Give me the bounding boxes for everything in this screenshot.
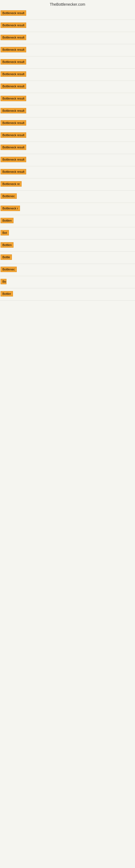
page-wrapper: TheBottlenecker.com Bottleneck resultBot… (0, 0, 135, 868)
bottleneck-section-20: Bottlen (0, 240, 135, 252)
bottleneck-section-5: Bottleneck result (0, 56, 135, 69)
bottleneck-badge-16[interactable]: Bottlenec (1, 193, 17, 199)
bottleneck-section-12: Bottleneck result (0, 142, 135, 154)
bottleneck-badge-12[interactable]: Bottleneck result (1, 145, 26, 150)
bottleneck-section-4: Bottleneck result (0, 44, 135, 56)
bottleneck-section-7: Bottleneck result (0, 81, 135, 93)
bottleneck-section-17: Bottleneck r (0, 203, 135, 215)
bottleneck-section-2: Bottleneck result (0, 20, 135, 32)
bottleneck-badge-14[interactable]: Bottleneck result (1, 169, 26, 175)
bottleneck-section-15: Bottleneck re (0, 179, 135, 191)
bottleneck-badge-20[interactable]: Bottlen (1, 242, 13, 248)
bottleneck-badge-3[interactable]: Bottleneck result (1, 35, 26, 40)
bottleneck-badge-11[interactable]: Bottleneck result (1, 132, 26, 138)
bottleneck-badge-17[interactable]: Bottleneck r (1, 206, 20, 211)
bottleneck-badge-18[interactable]: Bottlen (1, 218, 13, 223)
bottleneck-section-3: Bottleneck result (0, 32, 135, 44)
bottleneck-badge-10[interactable]: Bottleneck result (1, 120, 26, 126)
bottleneck-badge-5[interactable]: Bottleneck result (1, 59, 26, 65)
bottleneck-badge-13[interactable]: Bottleneck result (1, 157, 26, 162)
bottleneck-badge-2[interactable]: Bottleneck result (1, 23, 26, 28)
bottleneck-section-22: Bottlenec (0, 264, 135, 276)
bottleneck-section-23: Bo (0, 276, 135, 288)
bottleneck-badge-23[interactable]: Bo (1, 279, 6, 284)
bottleneck-section-9: Bottleneck result (0, 105, 135, 118)
bottleneck-section-24: Bottler (0, 288, 135, 301)
bottleneck-section-18: Bottlen (0, 215, 135, 227)
bottleneck-badge-15[interactable]: Bottleneck re (1, 181, 21, 187)
bottleneck-badge-22[interactable]: Bottlenec (1, 267, 17, 272)
site-title: TheBottlenecker.com (0, 0, 135, 8)
bottleneck-badge-24[interactable]: Bottler (1, 291, 13, 297)
bottleneck-badge-8[interactable]: Bottleneck result (1, 96, 26, 101)
bottleneck-section-8: Bottleneck result (0, 93, 135, 105)
bottleneck-section-6: Bottleneck result (0, 69, 135, 81)
items-container: Bottleneck resultBottleneck resultBottle… (0, 8, 135, 301)
bottleneck-badge-7[interactable]: Bottleneck result (1, 84, 26, 89)
bottleneck-badge-4[interactable]: Bottleneck result (1, 47, 26, 52)
bottleneck-section-14: Bottleneck result (0, 166, 135, 179)
bottleneck-section-10: Bottleneck result (0, 118, 135, 130)
bottleneck-badge-1[interactable]: Bottleneck result (1, 10, 26, 16)
bottleneck-section-19: Bot (0, 227, 135, 240)
bottleneck-section-1: Bottleneck result (0, 8, 135, 20)
bottleneck-badge-19[interactable]: Bot (1, 230, 9, 236)
bottleneck-badge-9[interactable]: Bottleneck result (1, 108, 26, 113)
bottleneck-section-11: Bottleneck result (0, 130, 135, 142)
bottleneck-badge-6[interactable]: Bottleneck result (1, 71, 26, 77)
bottleneck-badge-21[interactable]: Bottle (1, 254, 12, 260)
bottleneck-section-21: Bottle (0, 252, 135, 264)
bottleneck-section-16: Bottlenec (0, 191, 135, 203)
bottleneck-section-13: Bottleneck result (0, 154, 135, 166)
